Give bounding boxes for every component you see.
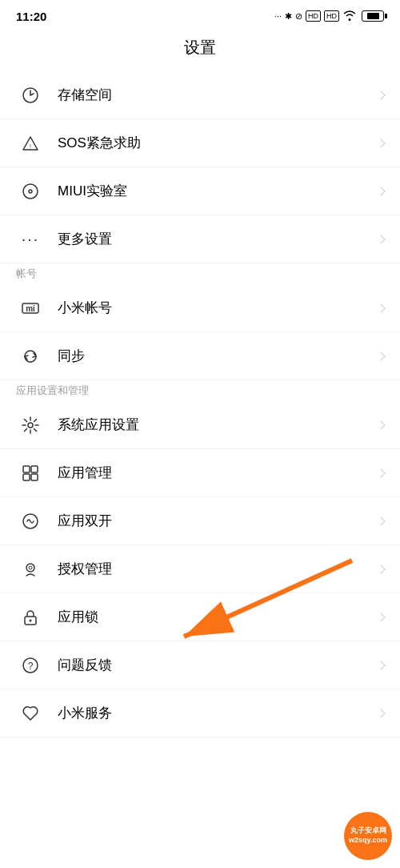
app-lock-icon [16, 603, 45, 632]
miui-lab-label: MIUI实验室 [58, 182, 378, 200]
menu-item-feedback[interactable]: ? 问题反馈 [0, 641, 400, 689]
permission-chevron [376, 565, 385, 573]
bluetooth-icon: ✱ [285, 11, 292, 22]
menu-item-miui-lab[interactable]: MIUI实验室 [0, 167, 400, 215]
app-lock-label: 应用锁 [58, 608, 378, 626]
mi-account-label: 小米帐号 [58, 299, 378, 317]
more-settings-label: 更多设置 [58, 230, 378, 248]
system-app-settings-icon [16, 411, 45, 440]
sos-label: SOS紧急求助 [58, 134, 378, 152]
status-time: 11:20 [16, 10, 46, 23]
app-clone-chevron [376, 516, 385, 525]
svg-rect-9 [23, 474, 30, 480]
menu-item-mi-service[interactable]: 小米服务 [0, 689, 400, 737]
section-label-account: 帐号 [0, 263, 400, 284]
svg-text:mi: mi [26, 304, 35, 313]
svg-point-13 [29, 566, 32, 569]
battery-icon [362, 10, 384, 22]
section-main: 存储空间 ! SOS紧急求助 MIUI实验室 ··· 更多设置 [0, 71, 400, 263]
network-hd2-icon: HD [324, 10, 339, 22]
menu-item-sync[interactable]: 同步 [0, 332, 400, 380]
watermark: 丸子安卓网 w2sqy.com [344, 812, 392, 860]
menu-item-permission[interactable]: 授权管理 [0, 545, 400, 593]
status-bar: 11:20 ··· ✱ ⊘ HD HD [0, 0, 400, 29]
section-account: mi 小米帐号 同步 [0, 284, 400, 380]
app-management-label: 应用管理 [58, 464, 378, 482]
permission-icon [16, 555, 45, 584]
storage-label: 存储空间 [58, 86, 378, 104]
app-lock-chevron [376, 613, 385, 621]
svg-text:!: ! [30, 143, 31, 149]
menu-item-sos[interactable]: ! SOS紧急求助 [0, 119, 400, 167]
menu-item-app-lock[interactable]: 应用锁 [0, 593, 400, 641]
mi-account-icon: mi [16, 294, 45, 323]
feedback-label: 问题反馈 [58, 656, 378, 674]
wifi-icon [342, 10, 357, 22]
section-app-management: 系统应用设置 应用管理 应用双开 [0, 401, 400, 737]
svg-rect-10 [31, 474, 38, 480]
mi-service-icon [16, 699, 45, 728]
section-label-app-management: 应用设置和管理 [0, 380, 400, 401]
status-icons: ··· ✱ ⊘ HD HD [274, 10, 384, 22]
menu-item-app-management[interactable]: 应用管理 [0, 449, 400, 497]
svg-rect-7 [23, 466, 30, 472]
mi-service-chevron [376, 709, 385, 717]
feedback-chevron [376, 661, 385, 669]
menu-item-system-app-settings[interactable]: 系统应用设置 [0, 401, 400, 449]
svg-rect-8 [31, 466, 38, 472]
storage-icon [16, 81, 45, 110]
menu-item-app-clone[interactable]: 应用双开 [0, 497, 400, 545]
svg-point-6 [28, 423, 33, 428]
more-settings-chevron [376, 235, 385, 243]
sync-icon [16, 342, 45, 371]
svg-point-3 [29, 190, 32, 193]
sync-label: 同步 [58, 347, 378, 365]
location-icon: ⊘ [295, 11, 302, 22]
sync-chevron [376, 352, 385, 360]
permission-label: 授权管理 [58, 560, 378, 578]
app-management-icon [16, 459, 45, 488]
svg-text:?: ? [28, 660, 34, 671]
sos-chevron [376, 139, 385, 147]
feedback-icon: ? [16, 651, 45, 680]
app-clone-icon [16, 507, 45, 536]
svg-point-12 [26, 564, 34, 572]
signal-dots-icon: ··· [274, 11, 282, 21]
menu-item-storage[interactable]: 存储空间 [0, 71, 400, 119]
page-title: 设置 [0, 29, 400, 71]
network-hd1-icon: HD [306, 10, 321, 22]
storage-chevron [376, 90, 385, 99]
sos-icon: ! [16, 129, 45, 158]
miui-lab-icon [16, 177, 45, 206]
svg-point-2 [23, 184, 38, 199]
system-app-settings-label: 系统应用设置 [58, 416, 378, 434]
app-management-chevron [376, 468, 385, 477]
svg-point-15 [30, 619, 32, 621]
mi-account-chevron [376, 303, 385, 312]
mi-service-label: 小米服务 [58, 704, 378, 722]
miui-lab-chevron [376, 187, 385, 195]
system-app-settings-chevron [376, 420, 385, 429]
menu-item-more-settings[interactable]: ··· 更多设置 [0, 215, 400, 263]
app-clone-label: 应用双开 [58, 512, 378, 530]
menu-item-mi-account[interactable]: mi 小米帐号 [0, 284, 400, 332]
more-settings-icon: ··· [16, 225, 45, 254]
